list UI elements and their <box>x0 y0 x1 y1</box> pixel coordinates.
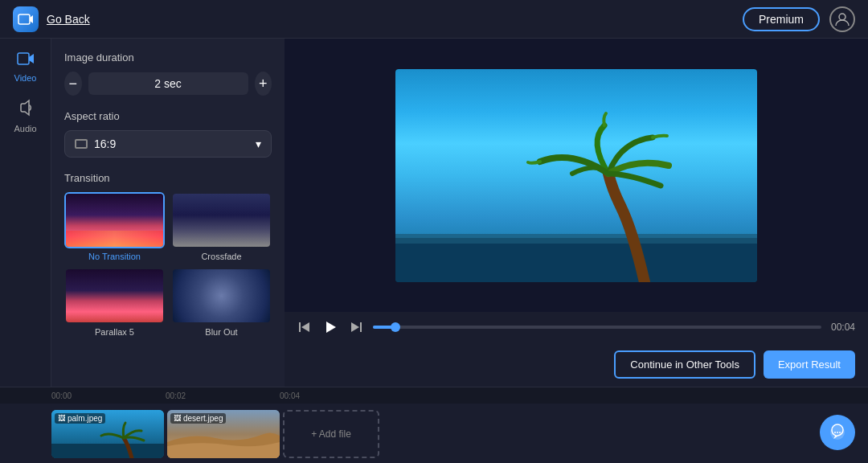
file-icon-palm: 🖼 <box>58 414 65 422</box>
svg-rect-8 <box>51 444 164 458</box>
continue-in-other-tools-button[interactable]: Continue in Other Tools <box>614 350 755 379</box>
track-filename-desert: desert.jpeg <box>183 414 223 423</box>
sidebar-item-video[interactable]: Video <box>0 45 51 89</box>
sidebar-item-audio-label: Audio <box>14 124 36 133</box>
svg-rect-0 <box>18 14 30 24</box>
svg-point-12 <box>837 432 838 433</box>
svg-rect-2 <box>18 53 29 64</box>
transition-thumb-crossfade <box>171 192 272 248</box>
timeline-ruler: 00:00 00:02 00:04 <box>0 387 868 404</box>
transition-item-parallax5[interactable]: Parallax 5 <box>64 268 165 337</box>
aspect-ratio-label: Aspect ratio <box>64 110 272 122</box>
svg-rect-4 <box>395 234 757 244</box>
track-filename-palm: palm.jpeg <box>68 414 102 423</box>
svg-rect-6 <box>360 322 362 332</box>
image-duration-label: Image duration <box>64 51 272 64</box>
premium-button[interactable]: Premium <box>743 7 820 31</box>
track-label-desert: 🖼 desert.jpeg <box>170 413 226 424</box>
right-area: 00:04 Continue in Other Tools Export Res… <box>285 39 868 387</box>
go-back-link[interactable]: Go Back <box>47 13 90 26</box>
skip-to-end-button[interactable] <box>349 320 363 334</box>
play-button[interactable] <box>321 318 339 336</box>
skip-to-start-button[interactable] <box>297 320 312 334</box>
account-icon[interactable] <box>829 6 855 32</box>
transition-item-no-transition[interactable]: No Transition <box>64 192 165 261</box>
svg-point-13 <box>839 432 841 433</box>
sidebar-item-audio[interactable]: Audio <box>0 92 51 140</box>
header: Go Back Premium <box>0 0 868 39</box>
svg-rect-3 <box>395 238 757 282</box>
aspect-ratio-left: 16:9 <box>75 137 116 150</box>
duration-decrease-button[interactable]: − <box>64 72 82 96</box>
header-right: Premium <box>743 6 855 32</box>
svg-point-11 <box>834 432 836 433</box>
transition-name-parallax5: Parallax 5 <box>64 327 165 337</box>
transition-thumb-no-transition <box>64 192 165 248</box>
file-icon-desert: 🖼 <box>174 414 181 422</box>
ruler-mark-4: 00:04 <box>280 391 300 400</box>
video-icon <box>17 51 35 70</box>
main-area: Video Audio Image duration − + Aspect ra… <box>0 39 868 387</box>
aspect-ratio-value: 16:9 <box>94 137 116 150</box>
duration-control: − + <box>64 72 272 96</box>
app-icon <box>13 6 39 32</box>
progress-bar[interactable] <box>373 326 821 329</box>
transition-thumb-blur-out <box>171 268 272 324</box>
track-item-palm[interactable]: 🖼 palm.jpeg <box>51 410 164 458</box>
video-image <box>395 69 757 282</box>
transition-name-crossfade: Crossfade <box>171 252 272 261</box>
duration-increase-button[interactable]: + <box>255 72 272 96</box>
action-buttons: Continue in Other Tools Export Result <box>285 342 868 387</box>
transition-thumb-parallax5 <box>64 268 165 324</box>
transition-grid: No Transition Crossfade Parallax 5 <box>64 192 272 337</box>
progress-handle[interactable] <box>391 322 400 332</box>
chevron-down-icon: ▾ <box>256 137 261 150</box>
chat-bubble[interactable] <box>820 415 855 450</box>
transition-name-no-transition: No Transition <box>64 252 165 261</box>
aspect-ratio-icon <box>75 139 88 149</box>
duration-input[interactable] <box>88 72 248 95</box>
transition-name-blur-out: Blur Out <box>171 327 272 337</box>
export-result-button[interactable]: Export Result <box>764 350 855 379</box>
sidebar-item-video-label: Video <box>14 73 37 83</box>
aspect-ratio-select[interactable]: 16:9 ▾ <box>64 130 272 158</box>
timeline: 00:00 00:02 00:04 <box>0 387 868 463</box>
transition-item-crossfade[interactable]: Crossfade <box>171 192 272 261</box>
svg-rect-5 <box>299 322 301 332</box>
header-left: Go Back <box>13 6 90 32</box>
audio-icon <box>17 99 35 121</box>
transition-label: Transition <box>64 172 272 184</box>
time-display: 00:04 <box>831 322 855 333</box>
left-panel: Image duration − + Aspect ratio 16:9 ▾ T… <box>51 39 285 387</box>
video-container <box>395 69 757 282</box>
track-item-desert[interactable]: 🖼 desert.jpeg <box>167 410 280 458</box>
ruler-mark-2: 00:02 <box>166 391 186 400</box>
add-file-button[interactable]: + Add file <box>283 410 379 458</box>
timeline-tracks: 🖼 palm.jpeg <box>0 404 868 463</box>
ruler-mark-0: 00:00 <box>51 391 72 400</box>
transition-item-blur-out[interactable]: Blur Out <box>171 268 272 337</box>
playback-controls: 00:04 <box>285 312 868 342</box>
sidebar-icons: Video Audio <box>0 39 51 387</box>
svg-point-1 <box>839 14 845 20</box>
track-label-palm: 🖼 palm.jpeg <box>55 413 105 424</box>
video-preview <box>285 39 868 312</box>
